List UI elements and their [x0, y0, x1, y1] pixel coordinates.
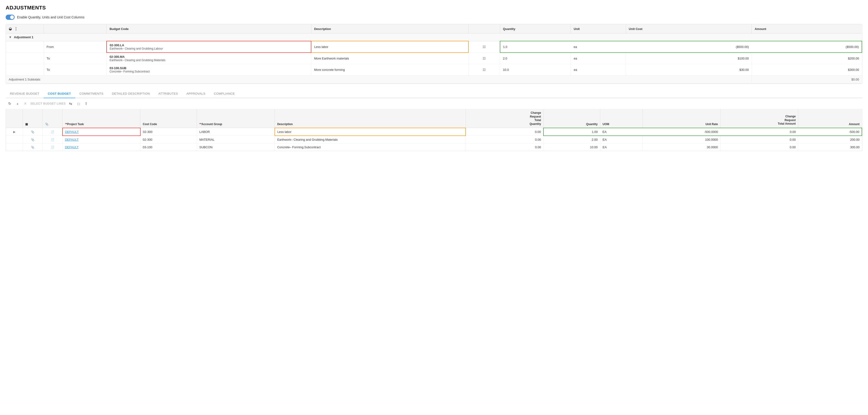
- project-task-link-sub[interactable]: DEFAULT: [65, 145, 79, 149]
- doc-small-icon[interactable]: 📄: [51, 130, 54, 134]
- select-budget-lines-button[interactable]: SELECT BUDGET LINES: [30, 102, 66, 105]
- budget-expand-labor[interactable]: ▶: [6, 128, 23, 136]
- tab-detailed-description[interactable]: DETAILED DESCRIPTION: [107, 89, 154, 98]
- adj-code-line2: Earthwork– Clearing and Grubbing.Labour: [110, 47, 308, 50]
- bth-expand: [6, 109, 23, 128]
- subtotal-label: Adjustment 1 Subtotals: [6, 76, 752, 84]
- adj-row-icons-2: [6, 53, 44, 64]
- more-options-icon[interactable]: ⋮: [14, 27, 18, 31]
- adjustment-group-header: ▼ Adjustment 1: [6, 33, 862, 41]
- budget-table: ▦ 📎 **Project Task Cost Code **Account G…: [6, 109, 862, 151]
- tab-compliance[interactable]: COMPLIANCE: [210, 89, 239, 98]
- tab-cost-budget[interactable]: COST BUDGET: [44, 89, 75, 98]
- adjustment-group-label: Adjustment 1: [14, 35, 33, 39]
- budget-unitrate-labor: -500.0000: [643, 128, 720, 136]
- toggle-switch[interactable]: [6, 14, 14, 20]
- tab-attributes[interactable]: ATTRIBUTES: [154, 89, 182, 98]
- delete-button[interactable]: ✕: [22, 100, 29, 107]
- budget-account-group-mat: MATERIAL: [197, 136, 275, 144]
- project-task-link-labor[interactable]: DEFAULT: [65, 130, 79, 134]
- adj-desc-to-ma: More Earthwork materials: [311, 53, 468, 64]
- budget-amount-labor: -500.00: [798, 128, 862, 136]
- budget-qty-labor: 1.00: [544, 128, 600, 136]
- adj-calc-to-sub[interactable]: 🖼: [468, 64, 500, 76]
- budget-attach2-mat[interactable]: 📄: [43, 136, 63, 144]
- budget-attach1-mat[interactable]: 📎: [23, 136, 43, 144]
- tab-revenue-budget[interactable]: REVENUE BUDGET: [6, 89, 44, 98]
- budget-amount-mat: 200.00: [798, 136, 862, 144]
- tab-approvals[interactable]: APPROVALS: [182, 89, 210, 98]
- adj-unitcost-to-sub: $30.00: [626, 64, 752, 76]
- th-icons: ◒ ⋮: [6, 24, 44, 33]
- paperclip-small-icon[interactable]: 📎: [31, 130, 34, 134]
- tab-commitments[interactable]: COMMITMENTS: [75, 89, 108, 98]
- th-tofrom: [44, 24, 106, 33]
- bth-change-req-total-amt: ChangeRequestTotal Amount: [720, 109, 798, 128]
- budget-project-task-sub: DEFAULT: [63, 143, 140, 151]
- budget-desc-sub: Concrete– Forming.Subcontract: [275, 143, 466, 151]
- paperclip-sub-icon[interactable]: 📎: [31, 146, 34, 149]
- adj-qty-from: 1.0: [500, 41, 571, 53]
- budget-uom-sub: EA: [600, 143, 643, 151]
- doc-mat-icon[interactable]: 📄: [51, 138, 54, 141]
- fit-columns-button[interactable]: ⇆: [67, 100, 74, 107]
- adj-code-line1: 02-300.LA: [110, 43, 308, 47]
- th-budgetcode: Budget Code: [106, 24, 311, 33]
- adj-direction-to-sub: To: [44, 64, 106, 76]
- th-quantity: Quantity: [500, 24, 571, 33]
- adj-calc-to-ma[interactable]: 🖼: [468, 53, 500, 64]
- adj-amount-to-ma: $200.00: [752, 53, 862, 64]
- budget-unitrate-mat: 100.0000: [643, 136, 720, 144]
- budget-desc-mat: Earthwork– Clearing and Grubbing.Materia…: [275, 136, 466, 144]
- filter-icon[interactable]: ◒: [9, 27, 12, 31]
- adj-unit-to-ma: ea: [571, 53, 626, 64]
- adj-amount-from: ($500.00): [752, 41, 862, 53]
- adj-row-from: From 02-300.LA Earthwork– Clearing and G…: [6, 41, 862, 53]
- subtotal-amount: $0.00: [752, 76, 862, 84]
- budget-attach1-labor[interactable]: 📎: [23, 128, 43, 136]
- bth-attach1: ▦: [23, 109, 43, 128]
- add-button[interactable]: +: [15, 101, 20, 107]
- paperclip-mat-icon[interactable]: 📎: [31, 138, 34, 141]
- budget-cost-code-mat: 02-300: [140, 136, 197, 144]
- adj-row-to-ma: To 02-300.MA Earthwork– Clearing and Gru…: [6, 53, 862, 64]
- adj-calc-from[interactable]: 🖼: [468, 41, 500, 53]
- export-button[interactable]: □: [76, 101, 81, 107]
- budget-uom-labor: EA: [600, 128, 643, 136]
- adj-unit-from: ea: [571, 41, 626, 53]
- budget-attach2-labor[interactable]: 📄: [43, 128, 63, 136]
- chevron-right-icon[interactable]: ▶: [13, 130, 16, 134]
- doc-sub-icon[interactable]: 📄: [51, 146, 54, 149]
- project-task-link-mat[interactable]: DEFAULT: [65, 138, 79, 141]
- th-amount: Amount: [752, 24, 862, 33]
- tabs-container: REVENUE BUDGET COST BUDGET COMMITMENTS D…: [6, 89, 862, 98]
- adj-qty-to-sub: 10.0: [500, 64, 571, 76]
- budget-attach2-sub[interactable]: 📄: [43, 143, 63, 151]
- bth-change-req-total-qty: ChangeRequestTotalQuantity: [466, 109, 544, 128]
- budget-cramt-mat: 0.00: [720, 136, 798, 144]
- budget-expand-mat: [6, 136, 23, 144]
- adj-budget-code-to-ma: 02-300.MA Earthwork– Clearing and Grubbi…: [106, 53, 311, 64]
- adj-amount-to-sub: $300.00: [752, 64, 862, 76]
- adjustments-table: ◒ ⋮ Budget Code Description Quantity Uni…: [6, 24, 862, 84]
- adj-code-line1-sub: 03-100.SUB: [110, 66, 308, 70]
- budget-crqty-sub: 0.00: [466, 143, 544, 151]
- bth-project-task: **Project Task: [63, 109, 140, 128]
- budget-cramt-labor: 0.00: [720, 128, 798, 136]
- budget-cramt-sub: 0.00: [720, 143, 798, 151]
- toggle-label: Enable Quantity, Units and Unit Cost Col…: [17, 16, 85, 19]
- bth-description: Description: [275, 109, 466, 128]
- bth-cost-code: Cost Code: [140, 109, 197, 128]
- budget-cost-code-sub: 03-100: [140, 143, 197, 151]
- th-unit: Unit: [571, 24, 626, 33]
- budget-crqty-labor: 0.00: [466, 128, 544, 136]
- budget-attach1-sub[interactable]: 📎: [23, 143, 43, 151]
- adj-code-line2-ma: Earthwork– Clearing and Grubbing.Materia…: [110, 59, 308, 62]
- refresh-button[interactable]: ↻: [7, 100, 13, 107]
- bth-attach2: 📎: [43, 109, 63, 128]
- adj-row-icons-3: [6, 64, 44, 76]
- upload-button[interactable]: ⇧: [83, 100, 89, 107]
- chevron-icon[interactable]: ▼: [9, 35, 12, 39]
- bth-uom: UOM: [600, 109, 643, 128]
- bth-account-group: **Account Group: [197, 109, 275, 128]
